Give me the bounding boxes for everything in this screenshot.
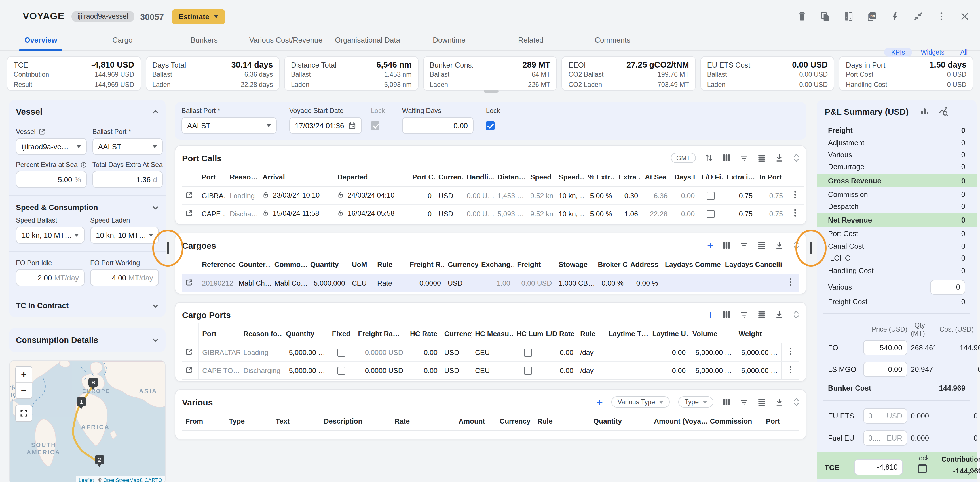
- table-row[interactable]: GIBRALTAR Loading 5,000.00 … 0.0000 USD …: [182, 343, 799, 361]
- col-header[interactable]: Volume: [689, 323, 735, 343]
- row-menu-icon[interactable]: [782, 274, 799, 292]
- col-header[interactable]: Broker C.: [595, 254, 627, 274]
- col-header[interactable]: HC Rate: [407, 323, 441, 343]
- fuel-eu-price-input[interactable]: 0....EUR: [863, 430, 907, 445]
- tce-lock-checkbox[interactable]: [918, 464, 926, 472]
- fullscreen-button[interactable]: [15, 405, 32, 422]
- fo-port-working-input[interactable]: 4.00MT/day: [90, 269, 159, 286]
- ld-fixed-checkbox[interactable]: [706, 210, 714, 218]
- estimate-button[interactable]: Estimate: [172, 9, 225, 24]
- col-header[interactable]: Laytime U…: [649, 323, 689, 343]
- fo-price-input[interactable]: 540.00: [863, 340, 907, 355]
- pdf-export-icon[interactable]: PDF: [867, 11, 877, 22]
- row-density-icon[interactable]: [757, 310, 766, 319]
- collapse-section-icon[interactable]: [794, 398, 799, 406]
- col-header[interactable]: Type: [226, 410, 272, 431]
- add-various-button[interactable]: +: [597, 397, 603, 407]
- osm-link[interactable]: OpenStreetMap: [103, 477, 139, 482]
- col-header[interactable]: Description: [320, 410, 391, 431]
- open-vessel-icon[interactable]: [38, 128, 45, 135]
- col-header[interactable]: Fixed: [329, 323, 355, 343]
- chevron-down-icon[interactable]: [152, 204, 159, 211]
- filter-icon[interactable]: [740, 310, 749, 319]
- col-header[interactable]: Weight: [735, 323, 781, 343]
- col-header[interactable]: Stowage: [555, 254, 595, 274]
- calendar-icon[interactable]: [348, 121, 356, 129]
- tab-cargo[interactable]: Cargo: [82, 30, 163, 50]
- ld-fixed-checkbox[interactable]: [706, 192, 714, 200]
- col-header[interactable]: From: [182, 410, 226, 431]
- row-menu-icon[interactable]: [781, 343, 799, 361]
- hc-lumpsum-checkbox[interactable]: [524, 348, 532, 356]
- col-header[interactable]: Reference: [198, 254, 235, 274]
- col-header[interactable]: L/D Rate: [542, 323, 577, 343]
- columns-icon[interactable]: [722, 153, 731, 162]
- col-header[interactable]: Rule: [577, 323, 605, 343]
- col-header[interactable]: Extra i…: [723, 166, 756, 187]
- fixed-checkbox[interactable]: [338, 367, 346, 374]
- tab-downtime[interactable]: Downtime: [408, 30, 490, 50]
- col-header[interactable]: Laytime T…: [605, 323, 649, 343]
- tce-input[interactable]: -4,810: [854, 459, 903, 475]
- chevron-down-icon[interactable]: [152, 302, 159, 309]
- row-menu-icon[interactable]: [787, 205, 803, 223]
- col-header[interactable]: UoM: [348, 254, 374, 274]
- horizontal-drag-handle[interactable]: [484, 90, 498, 93]
- col-header[interactable]: Departed: [334, 166, 409, 187]
- table-row[interactable]: CAPE … Discha… 15/04/24 11:58 16/04/24 0…: [182, 205, 803, 223]
- route-map[interactable]: NORTH AMERICA SOUTH AMERICA AFRICA EUROP…: [9, 360, 165, 482]
- voyage-start-date-input[interactable]: 17/03/24 01:36: [289, 117, 362, 134]
- col-header[interactable]: Laydays Commence: [662, 254, 722, 274]
- col-header[interactable]: Quantity: [307, 254, 348, 274]
- table-row[interactable]: 20190212 Mabl Ch… Mabl Co… 5,000.000 CEU…: [182, 274, 799, 292]
- col-header[interactable]: Address …: [627, 254, 662, 274]
- bar-chart-icon[interactable]: [920, 107, 929, 117]
- col-header[interactable]: Currency: [441, 323, 472, 343]
- col-header[interactable]: Text: [272, 410, 320, 431]
- zoom-in-button[interactable]: +: [16, 367, 32, 382]
- open-row-icon[interactable]: [185, 278, 193, 286]
- open-row-icon[interactable]: [185, 366, 193, 373]
- col-header[interactable]: HC Lump…: [513, 323, 542, 343]
- speed-ballast-select[interactable]: 10 kn, 10 MT…: [16, 227, 84, 244]
- col-header[interactable]: Freight R…: [406, 254, 444, 274]
- col-header[interactable]: Distan…: [494, 166, 527, 187]
- tab-overview[interactable]: Overview: [0, 30, 82, 50]
- download-icon[interactable]: [775, 397, 784, 407]
- download-icon[interactable]: [775, 310, 784, 319]
- hc-lumpsum-checkbox[interactable]: [524, 367, 532, 374]
- row-density-icon[interactable]: [757, 397, 766, 407]
- ballast-port-select[interactable]: AALST: [92, 138, 163, 155]
- leaflet-link[interactable]: Leaflet: [78, 477, 94, 482]
- tab-various-cost-revenue[interactable]: Various Cost/Revenue: [245, 30, 327, 50]
- columns-icon[interactable]: [722, 241, 731, 250]
- type-dropdown[interactable]: Type: [678, 396, 713, 408]
- duplicate-icon[interactable]: [820, 11, 830, 22]
- columns-icon[interactable]: [722, 397, 731, 407]
- col-header[interactable]: HC Measu…: [472, 323, 513, 343]
- fixed-checkbox[interactable]: [338, 348, 346, 356]
- col-header[interactable]: % Extr…: [585, 166, 615, 187]
- waiting-days-input[interactable]: 0.00: [402, 117, 474, 134]
- columns-icon[interactable]: [722, 310, 731, 319]
- pnl-various-input[interactable]: 0: [930, 280, 965, 295]
- add-cargo-button[interactable]: +: [707, 240, 713, 251]
- col-header[interactable]: L/D Fi…: [698, 166, 723, 187]
- table-row[interactable]: CAPE TO… Discharging 5,000.00 … 0.0000 U…: [182, 361, 799, 380]
- close-icon[interactable]: [959, 11, 970, 22]
- col-header[interactable]: Reason fo…: [240, 323, 282, 343]
- analyze-chart-icon[interactable]: [939, 107, 948, 117]
- col-header[interactable]: Rate: [391, 410, 455, 431]
- sort-icon[interactable]: [705, 153, 713, 162]
- col-header[interactable]: Arrival: [259, 166, 334, 187]
- col-header[interactable]: Commo…: [271, 254, 307, 274]
- col-header[interactable]: Freight Ra…: [355, 323, 407, 343]
- open-row-icon[interactable]: [185, 348, 193, 355]
- col-header[interactable]: Counter…: [235, 254, 271, 274]
- row-menu-icon[interactable]: [787, 187, 803, 205]
- row-menu-icon[interactable]: [781, 361, 799, 380]
- speed-laden-select[interactable]: 10 kn, 10 MT…: [90, 227, 159, 244]
- download-icon[interactable]: [775, 241, 784, 250]
- more-menu-icon[interactable]: [936, 11, 947, 22]
- fo-port-idle-input[interactable]: 2.00MT/day: [16, 269, 84, 286]
